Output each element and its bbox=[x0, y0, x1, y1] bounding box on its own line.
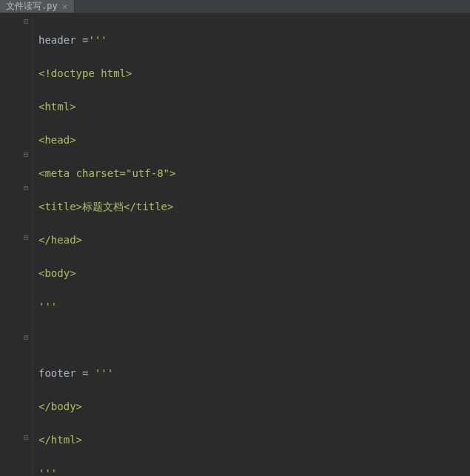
code-line: ''' bbox=[38, 298, 470, 315]
editor: ⊟ ⊟ ⊟ ⊟ ⊟ ⊟ header =''' <!doctype html> … bbox=[0, 13, 470, 476]
code-line: <head> bbox=[38, 132, 470, 149]
code-line: <title>标题文档</title> bbox=[38, 198, 470, 215]
gutter: ⊟ ⊟ ⊟ ⊟ ⊟ ⊟ bbox=[0, 13, 33, 476]
fold-icon[interactable]: ⊟ bbox=[22, 18, 30, 25]
tab-bar: 文件读写.py × bbox=[0, 0, 470, 13]
tab-filename: 文件读写.py bbox=[6, 0, 58, 13]
fold-icon[interactable]: ⊟ bbox=[22, 184, 30, 192]
code-line bbox=[38, 332, 470, 349]
code-line: footer = ''' bbox=[38, 365, 470, 382]
fold-icon[interactable]: ⊟ bbox=[22, 434, 30, 441]
code-line: <body> bbox=[38, 265, 470, 282]
close-icon[interactable]: × bbox=[62, 1, 68, 11]
code-line: </head> bbox=[38, 232, 470, 249]
code-line: ''' bbox=[38, 465, 470, 477]
code-line: <!doctype html> bbox=[38, 65, 470, 82]
code-line: </body> bbox=[38, 398, 470, 415]
code-line: <html> bbox=[38, 98, 470, 115]
fold-icon[interactable]: ⊟ bbox=[22, 234, 30, 241]
code-line: </html> bbox=[38, 432, 470, 449]
code-line: <meta charset="utf-8"> bbox=[38, 165, 470, 182]
fold-icon[interactable]: ⊟ bbox=[22, 334, 30, 341]
fold-icon[interactable]: ⊟ bbox=[22, 151, 30, 158]
code-line: header =''' bbox=[38, 32, 470, 49]
file-tab[interactable]: 文件读写.py × bbox=[0, 0, 75, 13]
code-area[interactable]: header =''' <!doctype html> <html> <head… bbox=[33, 13, 470, 476]
